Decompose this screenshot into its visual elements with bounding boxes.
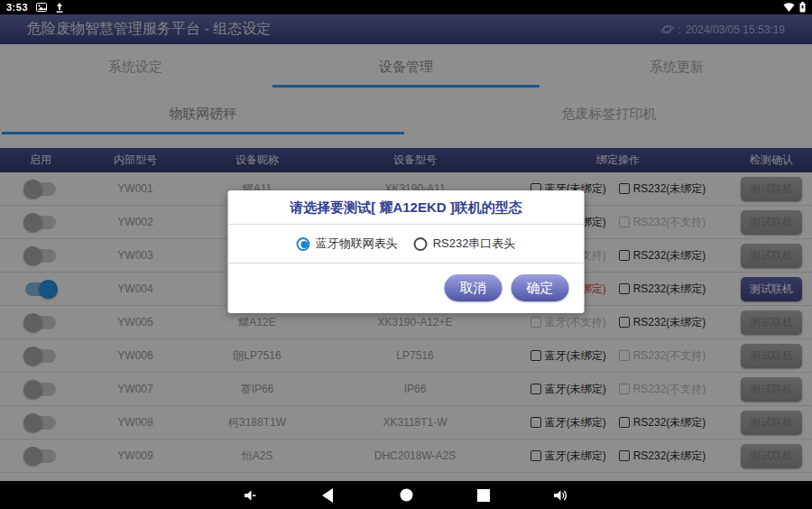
- cancel-button[interactable]: 取消: [445, 274, 503, 301]
- radio-icon: [297, 237, 310, 251]
- dialog-buttons: 取消 确定: [228, 264, 585, 313]
- radio-icon: [414, 237, 428, 251]
- radio-label: 蓝牙物联网表头: [316, 236, 398, 252]
- volume-up-button[interactable]: [550, 487, 572, 504]
- volume-down-button[interactable]: [240, 487, 262, 504]
- usb-upload-notification-icon: [55, 3, 64, 13]
- battery-icon: [799, 2, 806, 13]
- dialog-options: 蓝牙物联网表头 RS232串口表头: [228, 225, 585, 263]
- home-button[interactable]: [395, 487, 417, 504]
- dialog-title: 请选择要测试[ 耀A12EKD ]联机的型态: [228, 190, 585, 224]
- android-nav-bar: [0, 481, 812, 509]
- app-screen: 3:53 危险废物智慧管理服务平台 - 组态设定 : 2024/03/05 15…: [0, 0, 812, 509]
- test-connection-dialog: 请选择要测试[ 耀A12EKD ]联机的型态 蓝牙物联网表头 RS232串口表头…: [228, 190, 585, 313]
- clock: 3:53: [6, 2, 28, 13]
- ok-button[interactable]: 确定: [512, 274, 569, 301]
- wifi-icon: [783, 3, 795, 12]
- screenshot-notification-icon: [36, 3, 47, 12]
- radio-rs232-serial-head[interactable]: RS232串口表头: [414, 236, 516, 252]
- status-bar: 3:53: [0, 0, 812, 14]
- recent-apps-button[interactable]: [473, 487, 494, 504]
- radio-bluetooth-iot-head[interactable]: 蓝牙物联网表头: [297, 236, 398, 252]
- radio-label: RS232串口表头: [433, 236, 516, 252]
- back-button[interactable]: [318, 487, 339, 504]
